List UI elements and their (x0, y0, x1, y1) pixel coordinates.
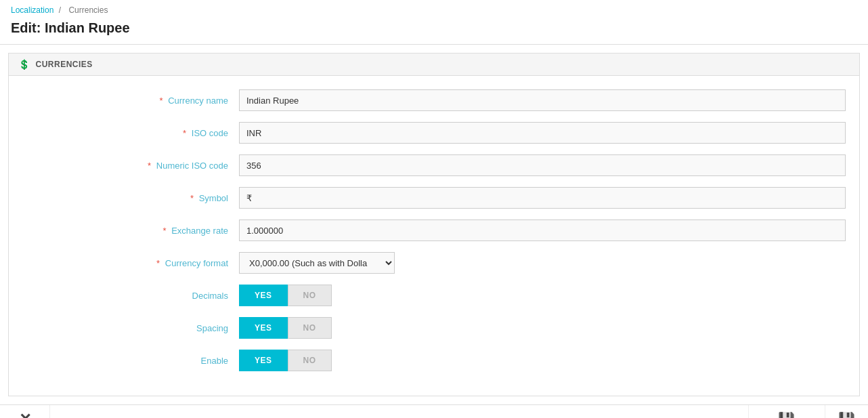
label-symbol: * Symbol (22, 193, 239, 203)
currency-icon: 💲 (18, 59, 30, 70)
form-row-enable: Enable YES NO (9, 350, 859, 371)
input-iso-code[interactable] (239, 122, 846, 144)
breadcrumb-current: Currencies (68, 5, 108, 15)
page-title: Edit: Indian Rupee (11, 18, 857, 41)
input-exchange-rate[interactable] (239, 220, 846, 241)
toggle-enable: YES NO (239, 350, 332, 371)
section-header: 💲 CURRENCIES (9, 54, 859, 76)
close-icon: ✕ (19, 411, 31, 419)
label-numeric-iso-code: * Numeric ISO code (22, 161, 239, 171)
bottom-left: ✕ Cancel (0, 405, 50, 418)
page-wrapper: Localization / Currencies Edit: Indian R… (0, 0, 868, 418)
breadcrumb-separator: / (59, 5, 61, 15)
save-stay-icon: 💾 (778, 411, 795, 419)
form-row-symbol: * Symbol (9, 187, 859, 209)
required-star: * (148, 161, 151, 171)
top-bar: Localization / Currencies Edit: Indian R… (0, 0, 868, 45)
required-star: * (162, 226, 166, 236)
enable-yes-button[interactable]: YES (239, 350, 288, 371)
label-iso-code: * ISO code (22, 128, 239, 138)
input-numeric-iso-code[interactable] (239, 154, 846, 176)
section-label: CURRENCIES (36, 60, 93, 69)
form-row-currency-name: * Currency name (9, 89, 859, 111)
enable-no-button[interactable]: NO (288, 350, 332, 371)
bottom-right: 💾 Save and stay 💾 Save (748, 405, 868, 418)
input-symbol[interactable] (239, 187, 846, 209)
cancel-button[interactable]: ✕ Cancel (0, 405, 50, 418)
label-decimals: Decimals (22, 291, 239, 301)
label-currency-format: * Currency format (22, 258, 239, 268)
save-and-stay-button[interactable]: 💾 Save and stay (748, 405, 825, 418)
decimals-yes-button[interactable]: YES (239, 285, 288, 306)
bottom-bar: ✕ Cancel 💾 Save and stay 💾 Save (0, 404, 868, 418)
form-row-iso-code: * ISO code (9, 122, 859, 144)
required-star: * (183, 128, 186, 138)
input-currency-name[interactable] (239, 89, 846, 111)
breadcrumb: Localization / Currencies (11, 5, 857, 15)
form-row-spacing: Spacing YES NO (9, 317, 859, 339)
save-icon: 💾 (838, 411, 855, 419)
section-panel: 💲 CURRENCIES * Currency name * ISO code (8, 53, 860, 396)
form-area: * Currency name * ISO code * Numeric ISO… (9, 76, 859, 396)
save-button[interactable]: 💾 Save (825, 405, 868, 418)
breadcrumb-parent[interactable]: Localization (11, 5, 53, 15)
required-star: * (156, 258, 160, 268)
select-currency-format[interactable]: X0,000.00 (Such as with Dolla 0,000.00X … (239, 252, 395, 274)
required-star: * (190, 193, 194, 203)
spacing-no-button[interactable]: NO (288, 317, 332, 339)
required-star: * (159, 96, 162, 106)
toggle-decimals: YES NO (239, 285, 332, 306)
label-exchange-rate: * Exchange rate (22, 226, 239, 236)
label-spacing: Spacing (22, 323, 239, 333)
form-row-decimals: Decimals YES NO (9, 285, 859, 306)
label-enable: Enable (22, 356, 239, 366)
form-row-currency-format: * Currency format X0,000.00 (Such as wit… (9, 252, 859, 274)
form-row-numeric-iso-code: * Numeric ISO code (9, 154, 859, 176)
form-row-exchange-rate: * Exchange rate (9, 220, 859, 241)
decimals-no-button[interactable]: NO (288, 285, 332, 306)
toggle-spacing: YES NO (239, 317, 332, 339)
spacing-yes-button[interactable]: YES (239, 317, 288, 339)
label-currency-name: * Currency name (22, 96, 239, 106)
